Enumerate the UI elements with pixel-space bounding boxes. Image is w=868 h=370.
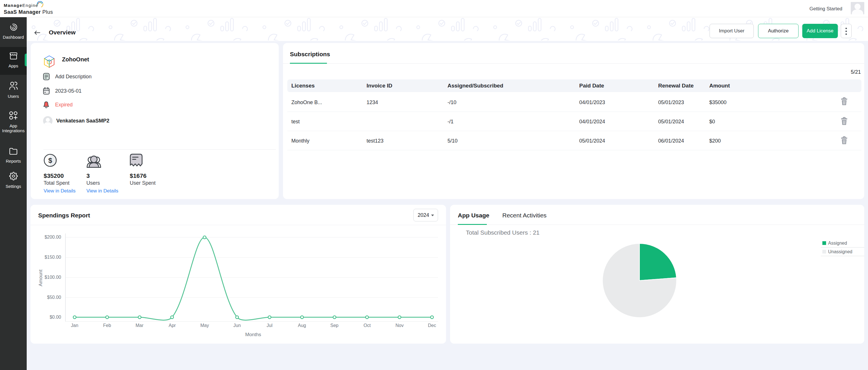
svg-text:$: $: [48, 157, 52, 164]
